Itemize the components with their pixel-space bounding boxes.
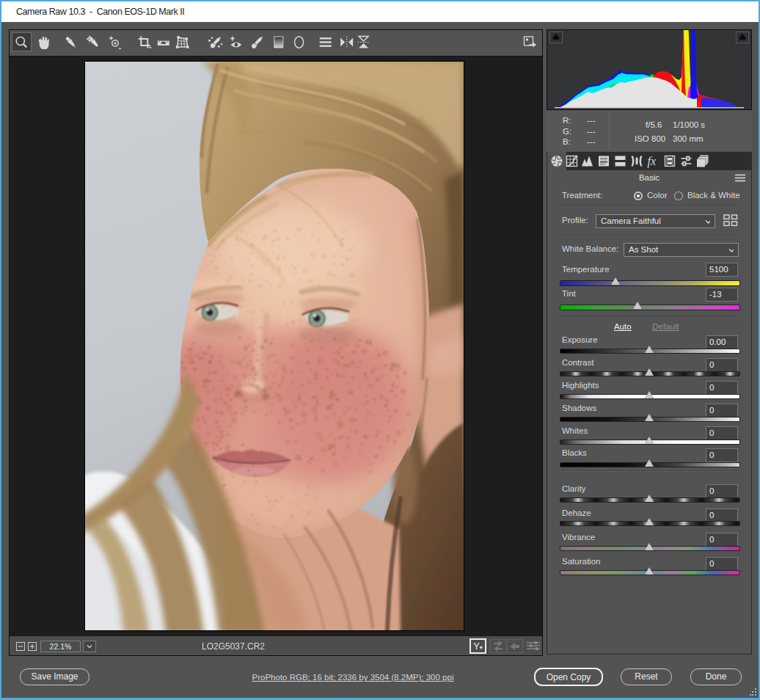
svg-text:fx: fx: [648, 155, 657, 168]
